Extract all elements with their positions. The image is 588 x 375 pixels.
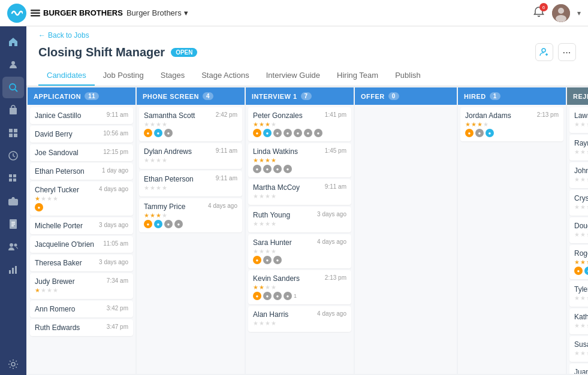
card[interactable]: Juan Reynolds 3 days ago ★★★★ xyxy=(569,364,588,374)
column-count: 11 xyxy=(85,92,99,100)
sidebar-item-jobs[interactable] xyxy=(2,99,24,121)
column-application: APPLICATION 11 Janice Castillo 9:11 am D… xyxy=(28,87,135,374)
top-nav: BURGER BROTHERS Burger Brothers ▾ 6 ▾ xyxy=(0,0,588,26)
tab-candidates[interactable]: Candidates xyxy=(38,66,95,86)
tab-publish[interactable]: Publish xyxy=(387,66,429,86)
tab-job-posting[interactable]: Job Posting xyxy=(95,66,152,86)
back-to-jobs-link[interactable]: ← Back to Jobs xyxy=(38,31,576,40)
card[interactable]: Ann Romero 3:42 pm xyxy=(30,301,133,317)
star-icon: ★ xyxy=(574,204,580,210)
card-header: Samantha Scott 2:42 pm xyxy=(144,111,237,120)
notification-button[interactable]: 6 xyxy=(533,6,545,20)
card-header: Ethan Peterson 1 day ago xyxy=(35,167,128,176)
card[interactable]: Raymond Garrett 1 day ago ★★★★ xyxy=(569,135,588,161)
card[interactable]: Tyler Silva 1 day ago ★★★★ xyxy=(569,281,588,307)
card[interactable]: Ethan Peterson 9:11 am ★★★★ xyxy=(139,171,242,196)
card[interactable]: Michelle Porter 3 days ago xyxy=(30,217,133,234)
column-count: 7 xyxy=(301,92,312,100)
company-name[interactable]: Burger Brothers ▾ xyxy=(126,8,188,17)
card[interactable]: Judy Brewer 7:34 am ★★★★ xyxy=(30,273,133,299)
card[interactable]: Ethan Peterson 1 day ago xyxy=(30,163,133,180)
star-icon: ★ xyxy=(253,248,258,255)
star-icon: ★ xyxy=(465,121,471,128)
kanban-board: APPLICATION 11 Janice Castillo 9:11 am D… xyxy=(26,86,588,375)
card[interactable]: Linda Watkins 1:45 pm ★★★★ ●●●● xyxy=(248,143,351,177)
card[interactable]: Kevin Sanders 2:13 pm ★★★★ ●●●●1 xyxy=(248,270,351,304)
avatar-dropdown-icon[interactable]: ▾ xyxy=(577,9,581,17)
tab-interview-guide[interactable]: Interview Guide xyxy=(258,66,328,86)
avatar[interactable] xyxy=(552,4,570,22)
card[interactable]: Theresa Baker 3 days ago xyxy=(30,255,133,271)
sidebar-item-dashboard[interactable] xyxy=(2,122,24,144)
sidebar-item-docs[interactable] xyxy=(2,213,24,235)
candidate-name: Linda Watkins xyxy=(253,147,298,156)
card-header: Johnny Daniels 1 day ago xyxy=(574,167,588,175)
sidebar-item-team[interactable] xyxy=(2,236,24,258)
star-icon: ★ xyxy=(574,231,580,238)
card-header: Alan Harris 4 days ago xyxy=(253,310,346,319)
candidate-name: Ruth Young xyxy=(253,211,290,219)
card[interactable]: Jordan Adams 2:13 pm ★★★★ ●●● xyxy=(460,107,563,141)
card-icon-gray: ● xyxy=(284,165,292,173)
star-icon: ★ xyxy=(265,157,270,164)
company-dropdown-icon[interactable]: ▾ xyxy=(184,8,188,17)
card[interactable]: Ruth Edwards 3:47 pm xyxy=(30,319,133,336)
sidebar-item-search[interactable] xyxy=(2,77,24,98)
star-icon: ★ xyxy=(574,176,580,183)
sidebar-item-analytics[interactable] xyxy=(2,259,24,280)
card[interactable]: Susan Watson 3 days ago ★★★★ xyxy=(569,336,588,362)
card[interactable]: Samantha Scott 2:42 pm ★★★★ ●●● xyxy=(139,107,242,141)
card[interactable]: Tammy Price 4 days ago ★★★★ ●●●● xyxy=(139,198,242,232)
card[interactable]: Janice Castillo 9:11 am xyxy=(30,107,133,124)
card[interactable]: Alan Harris 4 days ago ★★★★ xyxy=(248,306,351,332)
star-icon: ★ xyxy=(574,149,580,155)
top-nav-right: 6 ▾ xyxy=(533,4,581,22)
star-icon: ★ xyxy=(265,284,270,291)
card-time: 2:13 pm xyxy=(325,274,346,281)
card[interactable]: Crystal Myers 1 day ago ★★★★ xyxy=(569,190,588,216)
candidate-name: Ethan Peterson xyxy=(144,175,194,183)
card[interactable]: Jacqueline O'brien 11:05 am xyxy=(30,236,133,253)
card[interactable]: Lawrence Smith 1 day ago ★★★★ xyxy=(569,107,588,133)
column-offer: OFFER 0 xyxy=(355,87,457,374)
column-body-rejected: Lawrence Smith 1 day ago ★★★★ Raymond Ga… xyxy=(567,105,588,374)
sidebar-item-clock[interactable] xyxy=(2,145,24,167)
card-header: Raymond Garrett 1 day ago xyxy=(574,139,588,147)
star-icon: ★ xyxy=(162,212,167,219)
card[interactable]: Joe Sandoval 12:15 pm xyxy=(30,144,133,161)
tab-hiring-team[interactable]: Hiring Team xyxy=(328,66,387,86)
logo-area: BURGER BROTHERS Burger Brothers ▾ xyxy=(7,4,188,23)
add-person-button[interactable] xyxy=(535,43,553,61)
card-header: Juan Reynolds 3 days ago xyxy=(574,368,588,374)
star-icon: ★ xyxy=(253,320,258,326)
star-icon: ★ xyxy=(259,248,264,255)
card[interactable]: Cheryl Tucker 4 days ago ★★★★ ● xyxy=(30,182,133,216)
star-icon: ★ xyxy=(580,231,586,238)
card-header: Peter Gonzales 1:41 pm xyxy=(253,111,346,120)
card[interactable]: Dylan Andrews 9:11 am ★★★★ xyxy=(139,143,242,169)
sidebar-item-home[interactable] xyxy=(2,31,24,53)
candidate-name: Samantha Scott xyxy=(144,111,195,120)
more-options-button[interactable]: ··· xyxy=(558,43,576,61)
card[interactable]: Peter Gonzales 1:41 pm ★★★★ ●●●●●●● xyxy=(248,107,351,141)
card-icon-gray: ● xyxy=(174,220,183,228)
sidebar-item-settings[interactable] xyxy=(2,353,24,375)
candidate-name: Ethan Peterson xyxy=(35,167,85,176)
card[interactable]: Ruth Young 3 days ago ★★★★ xyxy=(248,207,351,232)
sidebar-item-camera[interactable] xyxy=(2,190,24,212)
svg-rect-11 xyxy=(14,129,17,132)
page-title: Closing Shift Manager OPEN xyxy=(38,46,197,59)
tab-stages[interactable]: Stages xyxy=(152,66,193,86)
card[interactable]: Sara Hunter 4 days ago ★★★★ ●●● xyxy=(248,234,351,268)
card-time: 9:11 am xyxy=(216,147,237,154)
sidebar-item-grid[interactable] xyxy=(2,168,24,189)
tab-stage-actions[interactable]: Stage Actions xyxy=(193,66,258,86)
card[interactable]: Martha McCoy 9:11 am ★★★★ xyxy=(248,179,351,205)
card-time: 9:11 am xyxy=(107,111,128,118)
card[interactable]: David Berry 10:56 am xyxy=(30,126,133,143)
sidebar-item-people[interactable] xyxy=(2,54,24,75)
card[interactable]: Roger Burke 5 days ago ★★★★ ●●●1 xyxy=(569,245,588,279)
card[interactable]: Douglas Gomez 3 days ago ★★★★ xyxy=(569,217,588,243)
card[interactable]: Johnny Daniels 1 day ago ★★★★ xyxy=(569,162,588,188)
card[interactable]: Kathryn Holmes 1 day ago ★★★★ xyxy=(569,309,588,334)
